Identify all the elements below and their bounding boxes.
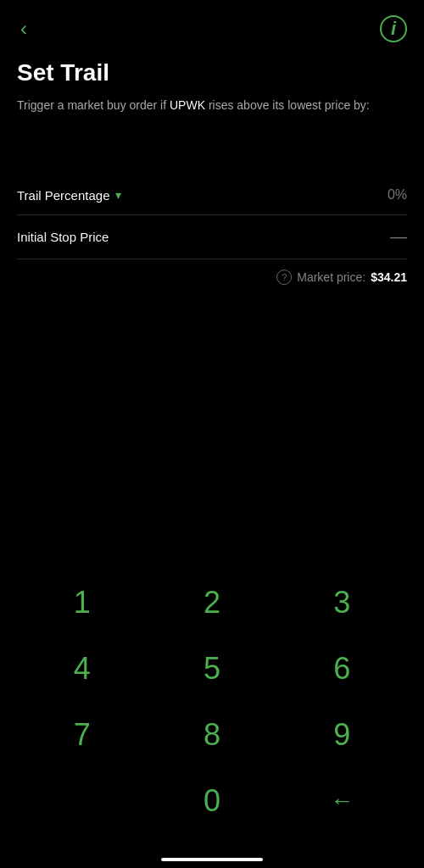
numpad-key-2[interactable]: 2 <box>147 570 276 636</box>
info-icon: i <box>391 18 396 40</box>
market-price-value: $34.21 <box>371 270 407 284</box>
market-price-row: ? Market price: $34.21 <box>17 259 407 295</box>
numpad-key-3[interactable]: 3 <box>277 570 407 636</box>
numpad-grid: 1234567890← <box>17 570 407 834</box>
numpad: 1234567890← <box>0 570 424 834</box>
numpad-key-6[interactable]: 6 <box>277 636 407 702</box>
ticker: UPWK <box>170 98 205 112</box>
description: Trigger a market buy order if UPWK rises… <box>17 97 407 114</box>
initial-stop-price-label: Initial Stop Price <box>17 230 109 244</box>
numpad-key-9[interactable]: 9 <box>277 702 407 768</box>
market-price-info-icon: ? <box>276 270 292 285</box>
description-suffix: rises above its lowest price by: <box>205 98 370 112</box>
back-icon: ‹ <box>20 17 27 40</box>
initial-stop-price-row[interactable]: Initial Stop Price — <box>17 215 407 259</box>
market-price-label: Market price: <box>297 270 365 284</box>
numpad-key-5[interactable]: 5 <box>147 636 276 702</box>
home-indicator <box>161 858 263 861</box>
dropdown-arrow-icon: ▾ <box>115 188 121 202</box>
numpad-key-7[interactable]: 7 <box>17 702 147 768</box>
numpad-key-4[interactable]: 4 <box>17 636 147 702</box>
description-prefix: Trigger a market buy order if <box>17 98 170 112</box>
trail-percentage-value: 0% <box>388 187 407 203</box>
info-button[interactable]: i <box>380 15 407 42</box>
backspace-key[interactable]: ← <box>277 768 407 834</box>
back-button[interactable]: ‹ <box>17 14 31 44</box>
initial-stop-price-value: — <box>390 227 407 247</box>
title-section: Set Trail Trigger a market buy order if … <box>0 51 424 125</box>
trail-percentage-row[interactable]: Trail Percentage ▾ 0% <box>17 175 407 215</box>
header: ‹ i <box>0 0 424 51</box>
numpad-key-8[interactable]: 8 <box>147 702 276 768</box>
trail-percentage-label: Trail Percentage ▾ <box>17 188 121 203</box>
page-title: Set Trail <box>17 59 407 86</box>
numpad-key-0[interactable]: 0 <box>147 768 276 834</box>
form-section: Trail Percentage ▾ 0% Initial Stop Price… <box>0 125 424 295</box>
numpad-key-1[interactable]: 1 <box>17 570 147 636</box>
